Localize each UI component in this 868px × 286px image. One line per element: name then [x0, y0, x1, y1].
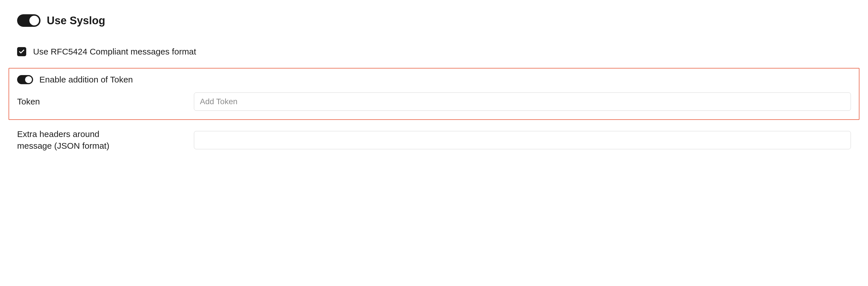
- use-syslog-label: Use Syslog: [47, 15, 105, 27]
- token-field-row: Token: [17, 92, 851, 111]
- toggle-knob: [25, 76, 32, 83]
- check-icon: [19, 49, 25, 55]
- token-label-col: Token: [17, 97, 194, 107]
- extra-headers-label-line1: Extra headers around: [17, 128, 194, 140]
- rfc5424-checkbox[interactable]: [17, 47, 26, 56]
- rfc5424-label: Use RFC5424 Compliant messages format: [33, 47, 196, 57]
- extra-headers-label-col: Extra headers around message (JSON forma…: [17, 128, 194, 151]
- token-field-label: Token: [17, 97, 40, 107]
- enable-token-toggle[interactable]: [17, 75, 33, 84]
- token-section: Enable addition of Token Token: [8, 68, 860, 120]
- use-syslog-toggle[interactable]: [17, 14, 40, 27]
- extra-headers-input[interactable]: [194, 131, 851, 149]
- rfc5424-row: Use RFC5424 Compliant messages format: [17, 47, 851, 57]
- extra-headers-row: Extra headers around message (JSON forma…: [17, 128, 851, 151]
- enable-token-row: Enable addition of Token: [17, 75, 851, 85]
- token-input[interactable]: [194, 92, 851, 111]
- use-syslog-row: Use Syslog: [17, 14, 851, 27]
- extra-headers-label-line2: message (JSON format): [17, 140, 194, 152]
- toggle-knob: [29, 16, 39, 25]
- enable-token-label: Enable addition of Token: [39, 75, 133, 85]
